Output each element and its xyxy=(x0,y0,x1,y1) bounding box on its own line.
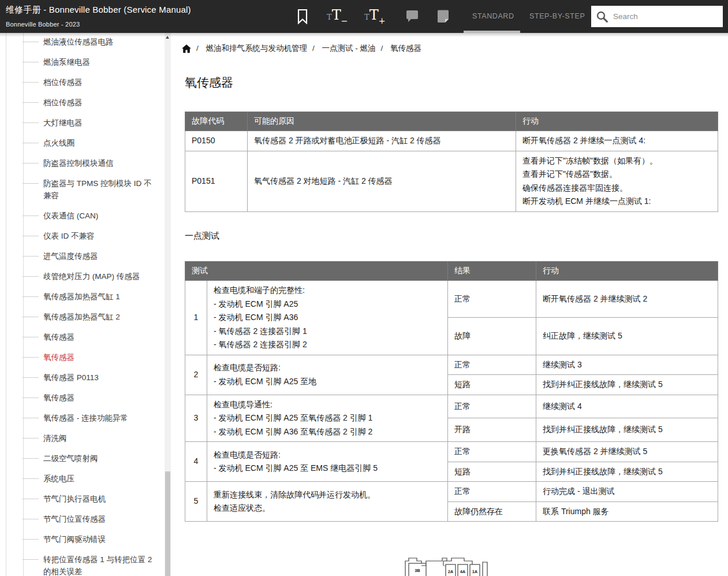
text-decrease-icon[interactable]: TT− xyxy=(327,7,348,25)
sidebar-item[interactable]: 防盗器与 TPMS 控制模块 ID 不兼容 xyxy=(43,177,158,202)
sidebar-tree: 燃油液位传感器电路 燃油泵继电器 档位传感器 档位传感器 大灯继电器 点火线圈 … xyxy=(0,33,165,576)
header-titles: 维修手册 - Bonneville Bobber (Service Manual… xyxy=(6,5,191,28)
content-area: / 燃油和排气系统与发动机管理 / 一点测试 - 燃油 / 氧传感器 氧传感器 … xyxy=(171,33,728,576)
fault-code-cell: P0151 xyxy=(185,151,248,211)
diagram-label: 4A xyxy=(460,569,466,574)
diagram-label: 3B xyxy=(415,568,420,573)
result-cell: 正常 xyxy=(448,442,536,462)
sidebar-item[interactable]: 档位传感器 xyxy=(43,76,158,88)
sidebar-item-label: 氧传感器加热器气缸 2 xyxy=(43,313,120,321)
sidebar-item-label: 清洗阀 xyxy=(43,434,67,443)
text-increase-sign: + xyxy=(379,16,386,25)
sidebar-item-label: 节气门位置传感器 xyxy=(43,515,106,523)
section-heading: 一点测试 xyxy=(185,231,219,241)
tab-standard[interactable]: STANDARD xyxy=(472,0,514,33)
sidebar-item-label: 防盗器与 TPMS 控制模块 ID 不兼容 xyxy=(43,179,152,200)
tree-guide-line xyxy=(6,33,6,576)
note-icon[interactable] xyxy=(436,9,450,26)
fault-cause-cell: 氧传感器 2 开路或对蓄电池正极短路 - 汽缸 2 传感器 xyxy=(248,131,516,151)
result-cell: 正常 xyxy=(448,482,536,502)
sidebar-item[interactable]: 档位传感器 xyxy=(43,96,158,109)
sidebar-item-label: 节气门执行器电机 xyxy=(43,495,106,503)
sidebar-item[interactable]: 仪表 ID 不兼容 xyxy=(43,230,158,242)
test-description-cell: 检查电缆是否短路: - 发动机 ECM 引脚 A25 至地 xyxy=(207,355,448,395)
sidebar-item-label: 氧传感器加热器气缸 1 xyxy=(43,292,120,301)
scrollbar-thumb[interactable] xyxy=(165,471,170,576)
sidebar-item-label: 点火线圈 xyxy=(43,139,74,147)
sidebar-item-label: 氧传感器 xyxy=(43,333,74,341)
home-icon[interactable] xyxy=(182,44,191,53)
sidebar-item[interactable]: 仪表通信 (CAN) xyxy=(43,210,158,222)
text-decrease-small-t: T xyxy=(327,13,332,21)
sidebar-item[interactable]: 节气门位置传感器 xyxy=(43,513,158,525)
fault-table-header-row: 故障代码 可能的原因 行动 xyxy=(185,112,718,131)
breadcrumb-separator: / xyxy=(381,44,383,53)
table-row: 4 检查电缆是否短路: - 发动机 ECM 引脚 A25 至 EMS 继电器引脚… xyxy=(185,442,718,462)
search-input[interactable] xyxy=(613,12,710,21)
test-table-header-row: 测试 结果 行动 xyxy=(185,262,718,281)
fault-cause-cell: 氧气传感器 2 对地短路 - 汽缸 2 传感器 xyxy=(248,151,516,211)
sidebar-item[interactable]: 氧传感器 - 连接功能异常 xyxy=(43,412,158,424)
page-title: 氧传感器 xyxy=(185,75,233,91)
test-number-cell: 4 xyxy=(185,442,207,482)
sidebar-item[interactable]: 二级空气喷射阀 xyxy=(43,452,158,464)
tree-guide-line xyxy=(23,33,24,576)
tab-step-by-step[interactable]: STEP-BY-STEP xyxy=(529,0,585,33)
sidebar-item[interactable]: 氧传感器 P0113 xyxy=(43,371,158,384)
search-box[interactable] xyxy=(591,6,723,27)
test-number-cell: 3 xyxy=(185,395,207,442)
breadcrumb-link[interactable]: 燃油和排气系统与发动机管理 xyxy=(206,44,308,53)
sidebar-item[interactable]: 点火线圈 xyxy=(43,137,158,149)
action-cell: 更换氧传感器 2 并继续测试 5 xyxy=(536,442,718,462)
breadcrumb-link[interactable]: 一点测试 - 燃油 xyxy=(322,44,376,53)
test-number-cell: 5 xyxy=(185,482,207,522)
sidebar-item[interactable]: 燃油泵继电器 xyxy=(43,56,158,68)
sidebar-item-label: 燃油液位传感器电路 xyxy=(43,38,114,46)
sidebar-item[interactable]: 系统电压 xyxy=(43,473,158,485)
result-cell: 短路 xyxy=(448,462,536,482)
text-increase-small-t: T xyxy=(364,13,369,21)
sidebar-scrollbar[interactable] xyxy=(165,33,171,576)
sidebar-item[interactable]: 氧传感器加热器气缸 2 xyxy=(43,311,158,323)
sidebar-item[interactable]: 氧传感器 xyxy=(43,351,158,363)
sidebar-item[interactable]: 氧传感器加热器气缸 1 xyxy=(43,291,158,303)
test-description-cell: 检查电缆是否短路: - 发动机 ECM 引脚 A25 至 EMS 继电器引脚 5 xyxy=(207,442,448,482)
sidebar-item-label: 氧传感器 - 连接功能异常 xyxy=(43,414,128,422)
search-icon xyxy=(596,10,608,23)
comment-icon[interactable] xyxy=(405,9,419,26)
text-increase-icon[interactable]: TT+ xyxy=(364,7,385,25)
breadcrumb-separator: / xyxy=(196,44,199,53)
bookmark-icon[interactable] xyxy=(297,9,308,27)
sidebar-item[interactable]: 歧管绝对压力 (MAP) 传感器 xyxy=(43,270,158,283)
breadcrumb-link[interactable]: 氧传感器 xyxy=(390,44,421,53)
fault-code-table: 故障代码 可能的原因 行动 P0150 氧传感器 2 开路或对蓄电池正极短路 -… xyxy=(185,112,718,212)
text-decrease-big-t: T xyxy=(332,7,341,23)
action-cell: 找到并纠正接线故障，继续测试 5 xyxy=(536,418,718,442)
sidebar-item-label: 转把位置传感器 1 与转把位置 2 的相关误差 xyxy=(43,555,152,576)
sidebar-item-label: 仪表通信 (CAN) xyxy=(43,211,98,220)
sidebar-item[interactable]: 节气门执行器电机 xyxy=(43,493,158,505)
sidebar-item[interactable]: 防盗器控制模块通信 xyxy=(43,157,158,169)
sidebar-item[interactable]: 燃油液位传感器电路 xyxy=(43,36,158,48)
test-number-cell: 2 xyxy=(185,355,207,395)
breadcrumb-separator: / xyxy=(312,44,315,53)
table-row: 5 重新连接线束，清除故障代码并运行发动机。 检查适应状态。 正常 行动完成 -… xyxy=(185,482,718,502)
sidebar-item-label: 防盗器控制模块通信 xyxy=(43,159,114,168)
manual-title: 维修手册 - Bonneville Bobber (Service Manual… xyxy=(6,5,191,16)
sidebar-item[interactable]: 大灯继电器 xyxy=(43,117,158,129)
result-cell: 正常 xyxy=(448,281,536,318)
result-cell: 正常 xyxy=(448,355,536,375)
column-header: 结果 xyxy=(448,262,536,281)
test-number-cell: 1 xyxy=(185,281,207,355)
sidebar-item[interactable]: 氧传感器 xyxy=(43,331,158,343)
sidebar-item[interactable]: 清洗阀 xyxy=(43,432,158,444)
sidebar-item[interactable]: 进气温度传感器 xyxy=(43,250,158,262)
sidebar-item[interactable]: 转把位置传感器 1 与转把位置 2 的相关误差 xyxy=(43,553,158,576)
diagram-label: 1A xyxy=(472,569,478,574)
sidebar-item[interactable]: 氧传感器 xyxy=(43,392,158,404)
sidebar-item-label: 歧管绝对压力 (MAP) 传感器 xyxy=(43,272,140,281)
fault-code-cell: P0150 xyxy=(185,131,248,151)
sidebar-item[interactable]: 节气门阀驱动错误 xyxy=(43,533,158,545)
sidebar-nav: 燃油液位传感器电路 燃油泵继电器 档位传感器 档位传感器 大灯继电器 点火线圈 … xyxy=(0,33,165,576)
manual-subtitle: Bonneville Bobber - 2023 xyxy=(6,21,191,28)
